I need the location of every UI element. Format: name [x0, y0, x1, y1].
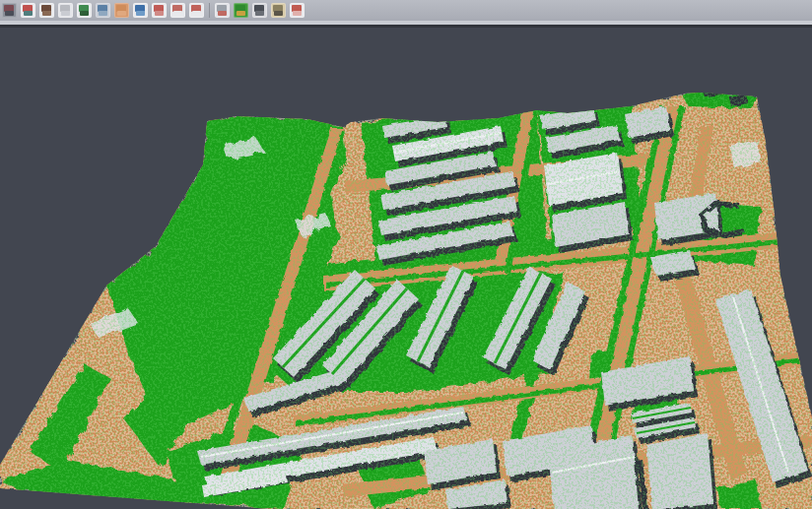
open-file-icon-glyph2	[5, 11, 14, 16]
open-file-icon[interactable]	[2, 3, 17, 18]
classification-colors-icon-glyph2	[237, 11, 245, 16]
3d-viewport[interactable]	[0, 28, 812, 509]
sparse-points-icon-glyph2	[61, 11, 70, 16]
terrain-icon[interactable]	[39, 3, 54, 18]
cloud-root	[0, 28, 812, 509]
point-cloud-scene[interactable]	[0, 28, 812, 509]
selection-box-icon[interactable]	[189, 3, 204, 18]
globe-icon-glyph2	[136, 11, 145, 16]
crop-sphere-icon[interactable]	[215, 3, 230, 18]
layer-list-icon-glyph2	[155, 11, 164, 16]
vegetation-class-icon-glyph2	[80, 11, 89, 16]
delete-marks-icon-glyph2	[274, 11, 283, 16]
layer-list-icon[interactable]	[152, 3, 167, 18]
profile-view-icon[interactable]	[96, 3, 110, 18]
measure-lines-icon[interactable]	[290, 3, 304, 18]
vegetation-speckle	[0, 28, 812, 509]
toolbar	[0, 0, 812, 21]
camera-icon[interactable]	[252, 3, 267, 18]
sparse-points-icon[interactable]	[58, 3, 73, 18]
ground-class-icon[interactable]	[114, 3, 129, 18]
classification-colors-icon[interactable]	[234, 3, 248, 18]
crop-sphere-icon-glyph2	[218, 11, 227, 16]
delete-marks-icon[interactable]	[271, 3, 286, 18]
terrain-icon-glyph2	[42, 11, 51, 16]
globe-icon[interactable]	[133, 3, 148, 18]
app-window	[0, 0, 812, 509]
settings-ring-icon[interactable]	[170, 3, 185, 18]
profile-view-icon-glyph2	[99, 11, 107, 16]
ground-class-icon-glyph2	[117, 11, 126, 16]
vegetation-class-icon[interactable]	[77, 3, 92, 18]
settings-ring-icon-glyph2	[173, 11, 182, 16]
camera-icon-glyph2	[255, 11, 264, 16]
toolbar-separator	[209, 3, 210, 18]
measure-lines-icon-glyph2	[293, 11, 302, 16]
pick-points-icon-glyph2	[24, 11, 33, 16]
selection-box-icon-glyph2	[192, 11, 201, 16]
pick-points-icon[interactable]	[21, 3, 35, 18]
